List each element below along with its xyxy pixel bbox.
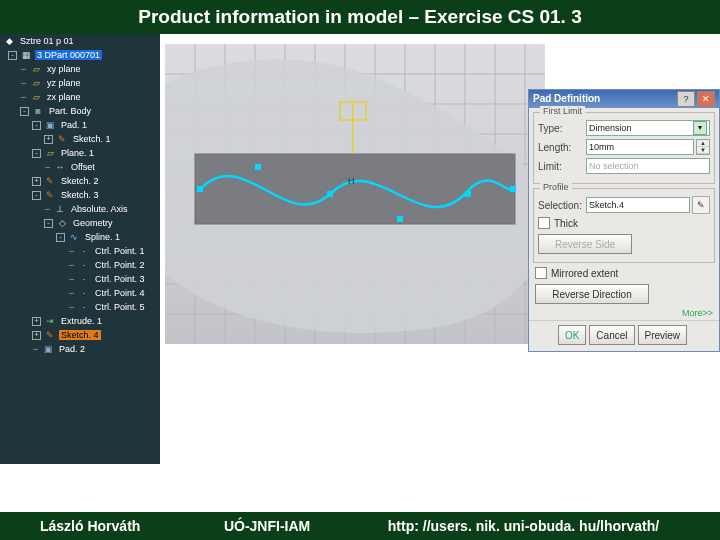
expand-toggle[interactable]: - xyxy=(56,233,65,242)
tree-item-label: Pad. 1 xyxy=(59,120,89,130)
tree-item[interactable]: –▣Pad. 2 xyxy=(0,342,160,356)
tree-item-label: Geometry xyxy=(71,218,115,228)
group-label: Profile xyxy=(540,182,572,192)
limit-label: Limit: xyxy=(538,161,586,172)
tree-item-label: Sketch. 4 xyxy=(59,330,101,340)
expand-toggle[interactable]: - xyxy=(20,107,29,116)
pad-icon: ▣ xyxy=(42,344,54,354)
expand-toggle[interactable]: - xyxy=(32,121,41,130)
tree-item[interactable]: -◙Part. Body xyxy=(0,104,160,118)
tree-item-label: Ctrl. Point. 5 xyxy=(93,302,147,312)
cube-icon: ▦ xyxy=(20,50,32,60)
tree-item[interactable]: –↔Offset xyxy=(0,160,160,174)
axis-icon: ⊥ xyxy=(54,204,66,214)
footer: László Horváth UÓ-JNFI-IAM http: //users… xyxy=(0,512,720,540)
tree-item-label: Part. Body xyxy=(47,106,93,116)
spline-icon: ∿ xyxy=(68,232,80,242)
feature-tree[interactable]: ◆ Sztre 01 p 01 -▦3 DPart 000701–▱xy pla… xyxy=(0,34,160,464)
reverse-side-button: Reverse Side xyxy=(538,234,632,254)
mirrored-label: Mirrored extent xyxy=(551,268,618,279)
body-icon: ◙ xyxy=(32,106,44,116)
tree-item[interactable]: –▱zx plane xyxy=(0,90,160,104)
selection-input[interactable]: Sketch.4 xyxy=(586,197,690,213)
pad-definition-dialog[interactable]: Pad Definition ? ✕ First Limit Type: Dim… xyxy=(528,89,720,352)
viewport-3d[interactable]: H xyxy=(165,44,545,344)
tree-item-label: yz plane xyxy=(45,78,83,88)
tree-item[interactable]: –·Ctrl. Point. 3 xyxy=(0,272,160,286)
tree-item[interactable]: –·Ctrl. Point. 5 xyxy=(0,300,160,314)
tree-item[interactable]: +✎Sketch. 4 xyxy=(0,328,160,342)
tree-item[interactable]: -▣Pad. 1 xyxy=(0,118,160,132)
tree-item[interactable]: +✎Sketch. 2 xyxy=(0,174,160,188)
product-icon: ◆ xyxy=(3,36,15,46)
tree-item-label: Sketch. 1 xyxy=(71,134,113,144)
expand-toggle[interactable]: + xyxy=(32,177,41,186)
svg-rect-21 xyxy=(195,154,515,224)
length-input[interactable]: 10mm xyxy=(586,139,694,155)
ok-button[interactable]: OK xyxy=(558,325,586,345)
expand-toggle[interactable]: + xyxy=(44,135,53,144)
type-combo[interactable]: Dimension ▼ xyxy=(586,120,710,136)
point-icon: · xyxy=(78,274,90,284)
tree-item-label: Sketch. 3 xyxy=(59,190,101,200)
footer-org: UÓ-JNFI-IAM xyxy=(224,512,384,540)
tree-item[interactable]: +⇥Extrude. 1 xyxy=(0,314,160,328)
svg-text:H: H xyxy=(348,176,355,186)
tree-root-label: Sztre 01 p 01 xyxy=(18,36,76,46)
tree-item[interactable]: –·Ctrl. Point. 4 xyxy=(0,286,160,300)
cancel-button[interactable]: Cancel xyxy=(589,325,634,345)
tree-item[interactable]: -∿Spline. 1 xyxy=(0,230,160,244)
tree-item[interactable]: –▱yz plane xyxy=(0,76,160,90)
tree-item-label: Extrude. 1 xyxy=(59,316,104,326)
type-value: Dimension xyxy=(589,121,632,135)
tree-root[interactable]: ◆ Sztre 01 p 01 xyxy=(0,34,160,48)
plane-icon: ▱ xyxy=(30,92,42,102)
sketch-icon: ✎ xyxy=(44,176,56,186)
sketch-select-icon[interactable]: ✎ xyxy=(692,196,710,214)
sketch-icon: ✎ xyxy=(56,134,68,144)
mirrored-checkbox[interactable] xyxy=(535,267,547,279)
tree-item[interactable]: -▱Plane. 1 xyxy=(0,146,160,160)
svg-rect-26 xyxy=(465,191,471,197)
length-spinner[interactable]: ▲▼ xyxy=(696,139,710,155)
tree-item-label: Ctrl. Point. 4 xyxy=(93,288,147,298)
thick-label: Thick xyxy=(554,218,578,229)
tree-item[interactable]: –·Ctrl. Point. 1 xyxy=(0,244,160,258)
tree-item[interactable]: –⊥Absolute. Axis xyxy=(0,202,160,216)
tree-item-label: 3 DPart 000701 xyxy=(35,50,102,60)
expand-toggle[interactable]: - xyxy=(8,51,17,60)
expand-toggle[interactable]: + xyxy=(32,317,41,326)
tree-item[interactable]: –▱xy plane xyxy=(0,62,160,76)
tree-item[interactable]: -▦3 DPart 000701 xyxy=(0,48,160,62)
tree-item[interactable]: -◇Geometry xyxy=(0,216,160,230)
tree-item-label: Offset xyxy=(69,162,97,172)
extrude-icon: ⇥ xyxy=(44,316,56,326)
tree-item[interactable]: -✎Sketch. 3 xyxy=(0,188,160,202)
tree-item-label: Ctrl. Point. 1 xyxy=(93,246,147,256)
more-toggle[interactable]: More>> xyxy=(529,306,719,320)
svg-rect-27 xyxy=(510,186,516,192)
plane-icon: ▱ xyxy=(44,148,56,158)
point-icon: · xyxy=(78,260,90,270)
footer-url: http: //users. nik. uni-obuda. hu/lhorva… xyxy=(388,512,659,540)
thick-checkbox[interactable] xyxy=(538,217,550,229)
svg-rect-23 xyxy=(255,164,261,170)
tree-item[interactable]: –·Ctrl. Point. 2 xyxy=(0,258,160,272)
point-icon: · xyxy=(78,246,90,256)
preview-button[interactable]: Preview xyxy=(638,325,688,345)
tree-item[interactable]: +✎Sketch. 1 xyxy=(0,132,160,146)
chevron-down-icon[interactable]: ▼ xyxy=(693,121,707,135)
help-button[interactable]: ? xyxy=(677,91,695,107)
expand-toggle[interactable]: + xyxy=(32,331,41,340)
tree-item-label: Ctrl. Point. 2 xyxy=(93,260,147,270)
first-limit-group: First Limit Type: Dimension ▼ Length: 10… xyxy=(533,112,715,184)
reverse-direction-button[interactable]: Reverse Direction xyxy=(535,284,649,304)
expand-toggle[interactable]: - xyxy=(32,149,41,158)
close-button[interactable]: ✕ xyxy=(697,91,715,107)
tree-item-label: xy plane xyxy=(45,64,83,74)
tree-item-label: zx plane xyxy=(45,92,83,102)
slide-title: Product information in model – Exercise … xyxy=(0,0,720,34)
selection-label: Selection: xyxy=(538,200,586,211)
expand-toggle[interactable]: - xyxy=(32,191,41,200)
expand-toggle[interactable]: - xyxy=(44,219,53,228)
